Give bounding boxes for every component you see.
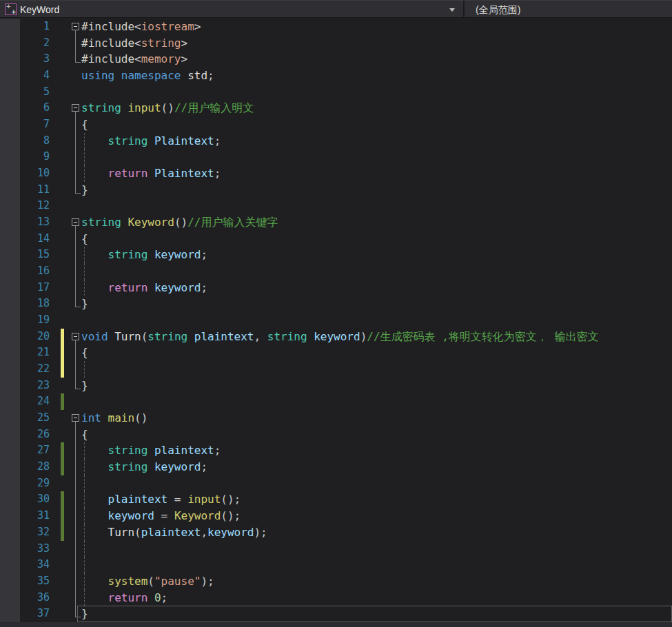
code-line-30[interactable]: 30 plaintext = input(); — [0, 491, 672, 508]
code-line-34[interactable]: 34 — [0, 557, 672, 573]
code-line-8[interactable]: 8 string Plaintext; — [0, 133, 672, 150]
code-line-15[interactable]: 15 string keyword; — [0, 247, 672, 263]
line-number[interactable]: 37 — [20, 606, 50, 622]
line-number[interactable]: 2 — [20, 35, 50, 52]
code-line-32[interactable]: 32 Turn(plaintext,keyword); — [0, 524, 672, 541]
line-number[interactable]: 23 — [20, 378, 50, 394]
code-line-16[interactable]: 16 — [0, 263, 672, 280]
code-text[interactable]: } — [81, 182, 88, 198]
code-line-37[interactable]: 37} — [0, 606, 672, 622]
line-number[interactable]: 17 — [20, 280, 50, 296]
code-text[interactable]: Turn(plaintext,keyword); — [81, 524, 267, 541]
line-number[interactable]: 29 — [20, 475, 50, 492]
code-text[interactable]: #include<memory> — [81, 51, 187, 68]
line-number[interactable]: 8 — [20, 133, 50, 150]
line-number[interactable]: 3 — [20, 51, 50, 68]
line-number[interactable]: 16 — [20, 263, 50, 280]
line-number[interactable]: 32 — [20, 524, 50, 541]
fold-collapse-icon[interactable] — [72, 218, 79, 226]
line-number[interactable]: 21 — [20, 345, 50, 361]
code-text[interactable]: #include<string> — [81, 35, 187, 52]
code-line-31[interactable]: 31 keyword = Keyword(); — [0, 508, 672, 524]
code-line-10[interactable]: 10 return Plaintext; — [0, 165, 672, 182]
line-number[interactable]: 9 — [20, 149, 50, 165]
line-number[interactable]: 36 — [20, 590, 50, 606]
fold-collapse-icon[interactable] — [72, 333, 79, 340]
fold-collapse-icon[interactable] — [72, 104, 79, 112]
code-text[interactable]: void Turn(string plaintext, string keywo… — [81, 329, 598, 345]
line-number[interactable]: 1 — [20, 19, 50, 35]
code-line-36[interactable]: 36 return 0; — [0, 590, 672, 606]
code-line-14[interactable]: 14{ — [0, 231, 672, 247]
code-text[interactable]: string plaintext; — [81, 442, 221, 459]
line-number[interactable]: 28 — [20, 459, 50, 475]
line-number[interactable]: 33 — [20, 541, 50, 557]
code-text[interactable]: string Keyword()//用户输入关键字 — [81, 214, 278, 231]
code-line-28[interactable]: 28 string keyword; — [0, 459, 672, 475]
code-line-3[interactable]: 3#include<memory> — [0, 51, 672, 68]
line-number[interactable]: 7 — [20, 116, 50, 133]
code-line-2[interactable]: 2#include<string> — [0, 35, 672, 52]
code-editor[interactable]: 1#include<iostream>2#include<string>3#in… — [0, 19, 672, 627]
code-text[interactable]: system("pause"); — [81, 573, 214, 590]
code-text[interactable]: int main() — [81, 410, 147, 426]
line-number[interactable]: 4 — [20, 68, 50, 84]
code-line-19[interactable]: 19 — [0, 312, 672, 329]
code-line-24[interactable]: 24 — [0, 393, 672, 410]
line-number[interactable]: 30 — [20, 491, 50, 508]
scope-dropdown[interactable]: (全局范围) — [465, 1, 672, 17]
code-line-18[interactable]: 18} — [0, 296, 672, 312]
code-line-23[interactable]: 23} — [0, 378, 672, 394]
line-number[interactable]: 15 — [20, 247, 50, 263]
chevron-down-icon[interactable] — [449, 8, 455, 12]
code-text[interactable]: return keyword; — [81, 280, 207, 296]
line-number[interactable]: 13 — [20, 214, 50, 231]
code-text[interactable]: plaintext = input(); — [81, 491, 241, 508]
code-line-4[interactable]: 4using namespace std; — [0, 68, 672, 84]
code-line-11[interactable]: 11} — [0, 182, 672, 198]
code-line-26[interactable]: 26{ — [0, 426, 672, 443]
line-number[interactable]: 14 — [20, 231, 50, 247]
code-line-29[interactable]: 29 — [0, 475, 672, 492]
code-text[interactable]: string input()//用户输入明文 — [81, 100, 254, 116]
code-text[interactable]: #include<iostream> — [81, 19, 201, 35]
line-number[interactable]: 35 — [20, 573, 50, 590]
code-text[interactable]: return 0; — [81, 590, 167, 606]
code-text[interactable]: { — [81, 116, 88, 133]
code-line-25[interactable]: 25int main() — [0, 410, 672, 426]
line-number[interactable]: 27 — [20, 442, 50, 459]
code-text[interactable]: } — [81, 606, 88, 622]
line-number[interactable]: 10 — [20, 165, 50, 182]
code-line-22[interactable]: 22 — [0, 361, 672, 378]
code-line-17[interactable]: 17 return keyword; — [0, 280, 672, 296]
line-number[interactable]: 22 — [20, 361, 50, 378]
code-line-33[interactable]: 33 — [0, 541, 672, 557]
line-number[interactable]: 31 — [20, 508, 50, 524]
code-line-35[interactable]: 35 system("pause"); — [0, 573, 672, 590]
code-text[interactable]: } — [81, 296, 88, 312]
code-line-12[interactable]: 12 — [0, 198, 672, 214]
code-line-5[interactable]: 5 — [0, 84, 672, 101]
code-text[interactable]: return Plaintext; — [81, 165, 221, 182]
fold-collapse-icon[interactable] — [72, 23, 79, 30]
code-text[interactable]: keyword = Keyword(); — [81, 508, 241, 524]
code-text[interactable]: string keyword; — [81, 459, 207, 475]
line-number[interactable]: 11 — [20, 182, 50, 198]
types-dropdown[interactable]: + + KeyWord — [0, 1, 463, 17]
line-number[interactable]: 20 — [20, 329, 50, 345]
code-line-27[interactable]: 27 string plaintext; — [0, 442, 672, 459]
code-text[interactable]: string Plaintext; — [81, 133, 221, 150]
code-line-6[interactable]: 6string input()//用户输入明文 — [0, 100, 672, 116]
line-number[interactable]: 19 — [20, 312, 50, 329]
line-number[interactable]: 5 — [20, 84, 50, 101]
code-text[interactable]: { — [81, 345, 88, 361]
code-line-1[interactable]: 1#include<iostream> — [0, 19, 672, 35]
line-number[interactable]: 25 — [20, 410, 50, 426]
code-text[interactable]: { — [81, 231, 88, 247]
code-text[interactable]: } — [81, 378, 88, 394]
line-number[interactable]: 6 — [20, 100, 50, 116]
code-text[interactable]: string keyword; — [81, 247, 207, 263]
code-line-13[interactable]: 13string Keyword()//用户输入关键字 — [0, 214, 672, 231]
line-number[interactable]: 26 — [20, 426, 50, 443]
line-number[interactable]: 34 — [20, 557, 50, 573]
